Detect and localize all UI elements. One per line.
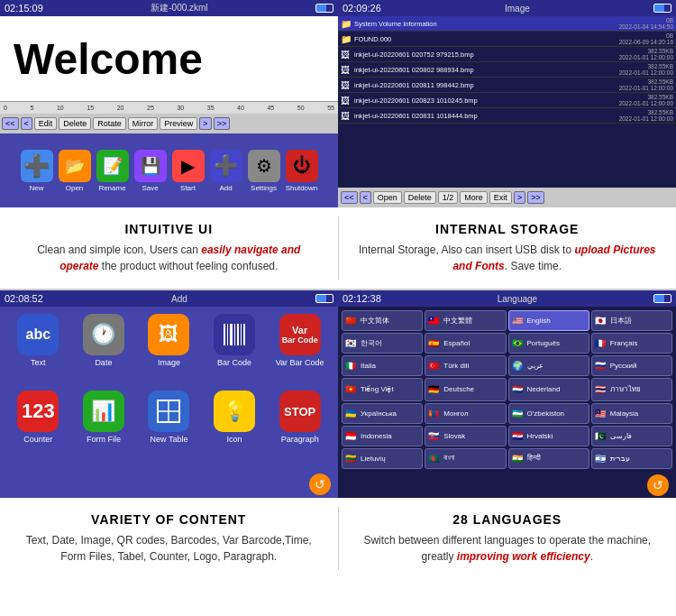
lang-lithuanian[interactable]: 🇱🇹Lietuvių — [342, 448, 423, 469]
lang-bengali[interactable]: 🇧🇩বাংলা — [425, 448, 506, 469]
btn-delete[interactable]: Delete — [404, 191, 436, 204]
file-meta: 0B2022-06-09 14:20:16 — [619, 32, 673, 45]
lang-vietnamese[interactable]: 🇻🇳Tiếng Việt — [342, 378, 423, 400]
icon-new[interactable]: ➕ New — [21, 150, 53, 192]
ruler-bar: 05 1015 2025 3035 4045 5055 — [0, 101, 338, 114]
list-item[interactable]: 🖼 inkjet-ui-20220601 020831 1018444.bmp … — [338, 108, 676, 124]
lang-refresh-button[interactable]: ↺ — [647, 474, 669, 496]
lang-french[interactable]: 🇫🇷Français — [591, 333, 672, 354]
icon-settings[interactable]: ⚙ Settings — [248, 150, 280, 192]
lang-german[interactable]: 🇩🇪Deutsche — [425, 378, 506, 400]
nav-next[interactable]: > — [514, 191, 525, 204]
btn-exit[interactable]: Exit — [489, 191, 512, 204]
add-icon-formfile-label: Form File — [87, 435, 121, 444]
add-icon-date-label: Date — [95, 358, 112, 367]
icon-new-label: New — [29, 184, 43, 192]
btn-open[interactable]: Open — [373, 191, 402, 204]
toolbar-rotate[interactable]: Rotate — [93, 117, 126, 130]
lang-malay[interactable]: 🇲🇾Malaysia — [591, 403, 672, 424]
nav-prev[interactable]: < — [360, 191, 371, 204]
lang-hebrew[interactable]: 🇮🇱עברית — [591, 448, 672, 469]
add-icon-text[interactable]: abc Text — [7, 314, 69, 387]
lang-japanese[interactable]: 🇯🇵日本語 — [591, 310, 672, 331]
list-item[interactable]: 📁 FOUND.000 0B2022-06-09 14:20:16 — [338, 32, 676, 47]
lang-chinese-traditional[interactable]: 🇹🇼中文繁體 — [425, 310, 506, 331]
list-item[interactable]: 🖼 inkjet-ui-20220601 020752 979215.bmp 3… — [338, 47, 676, 62]
add-icon-image[interactable]: 🖼 Image — [138, 314, 200, 387]
lang-mongolian[interactable]: 🇲🇳Монгол — [425, 403, 506, 424]
list-item[interactable]: 🖼 inkjet-ui-20220601 020823 1010245.bmp … — [338, 93, 676, 108]
welcome-text: Welcome — [0, 16, 338, 101]
icon-shutdown[interactable]: ⏻ Shutdown — [286, 150, 318, 192]
toolbar-edit[interactable]: Edit — [34, 117, 58, 130]
lang-turkish[interactable]: 🇹🇷Türk dili — [425, 355, 506, 376]
lang-chinese-simplified[interactable]: 🇨🇳中文简体 — [342, 310, 423, 331]
flag-ar: 🌍 — [512, 361, 525, 371]
toolbar-mirror[interactable]: Mirror — [128, 117, 159, 130]
filename: inkjet-ui-20220601 020831 1018444.bmp — [354, 112, 617, 120]
screen3-title: Add — [171, 294, 187, 304]
file-icon: 🖼 — [341, 50, 352, 60]
screen1-time: 02:15:09 — [5, 3, 43, 14]
add-icon-varbarcode[interactable]: Var Bar Code Var Bar Code — [269, 314, 331, 387]
lang-arabic[interactable]: 🌍عربي — [508, 355, 589, 376]
flag-vn: 🇻🇳 — [345, 384, 358, 394]
toolbar-preview[interactable]: Preview — [160, 117, 197, 130]
lang-farsi[interactable]: 🇵🇰فارسی — [591, 426, 672, 446]
flag-pk: 🇵🇰 — [595, 431, 607, 441]
lang-screen-content: 🇨🇳中文简体 🇹🇼中文繁體 🇺🇸English 🇯🇵日本語 🇰🇷한국어 🇪🇸Es… — [338, 307, 676, 498]
file-icon: 🖼 — [341, 65, 352, 75]
screen3-bottom-bar: ↺ — [0, 471, 338, 498]
desc3-title: VARIETY OF CONTENT — [18, 512, 320, 527]
ruler-marks: 05 1015 2025 3035 4045 5055 — [0, 105, 338, 111]
screen1-toolbar: << < Edit Delete Rotate Mirror Preview >… — [0, 114, 338, 133]
add-icon-barcode[interactable]: Bar Code — [204, 314, 266, 387]
lang-korean[interactable]: 🇰🇷한국어 — [342, 333, 423, 354]
icon-save[interactable]: 💾 Save — [134, 150, 167, 192]
add-icon-icon[interactable]: 💡 Icon — [204, 391, 266, 464]
toolbar-nav-first[interactable]: << — [2, 117, 19, 130]
lang-russian[interactable]: 🇷🇺Русский — [591, 355, 672, 376]
battery-fill3 — [315, 294, 333, 303]
btn-more[interactable]: More — [460, 191, 488, 204]
add-icon-image-label: Image — [158, 358, 180, 367]
add-icon-counter[interactable]: 123 Counter — [7, 391, 69, 464]
nav-last[interactable]: >> — [527, 191, 544, 204]
screen4-title: Language — [498, 294, 538, 304]
lang-slovak[interactable]: 🇸🇰Slovak — [425, 426, 506, 446]
nav-first[interactable]: << — [341, 191, 358, 204]
add-icon-newtable[interactable]: New Table — [138, 391, 200, 464]
icon-rename[interactable]: 📝 Rename — [96, 150, 129, 192]
refresh-button[interactable]: ↺ — [309, 473, 331, 495]
lang-dutch[interactable]: 🇳🇱Nederland — [508, 378, 589, 400]
icon-open[interactable]: 📂 Open — [59, 150, 91, 192]
lang-ukrainian[interactable]: 🇺🇦Українська — [342, 403, 423, 424]
add-icon-date[interactable]: 🕐 Date — [73, 314, 135, 387]
lang-portuguese[interactable]: 🇧🇷Português — [508, 333, 589, 354]
icon-start[interactable]: ▶ Start — [172, 150, 205, 192]
list-item[interactable]: 🖼 inkjet-ui-20220601 020802 988934.bmp 3… — [338, 62, 676, 78]
list-item[interactable]: 🖼 inkjet-ui-20220601 020811 998442.bmp 3… — [338, 78, 676, 93]
icon-add[interactable]: ➕ Add — [210, 150, 242, 192]
lang-thai[interactable]: 🇹🇭ภาษาไทย — [591, 378, 672, 400]
lang-uzbek[interactable]: 🇺🇿O'zbekiston — [508, 403, 589, 424]
lang-croatian[interactable]: 🇭🇷Hrvatski — [508, 426, 589, 446]
add-icon-paragraph[interactable]: STOP Paragraph — [269, 391, 331, 464]
toolbar-nav-last[interactable]: >> — [214, 117, 231, 130]
add-icon-formfile[interactable]: 📊 Form File — [73, 391, 135, 464]
flag-it: 🇮🇹 — [345, 361, 358, 371]
svg-rect-5 — [241, 324, 242, 345]
toolbar-delete[interactable]: Delete — [59, 117, 91, 130]
lang-english[interactable]: 🇺🇸English — [508, 310, 589, 331]
screen3-titlebar: 02:08:52 Add — [0, 290, 338, 307]
list-item[interactable]: 📁 System Volume Information 0B2022-01-04… — [338, 16, 676, 32]
lang-spanish[interactable]: 🇪🇸Español — [425, 333, 506, 354]
toolbar-nav-next[interactable]: > — [199, 117, 211, 130]
flag-tr: 🇹🇷 — [428, 361, 441, 371]
lang-indonesian[interactable]: 🇮🇩Indonesia — [342, 426, 423, 446]
lang-italian[interactable]: 🇮🇹Italia — [342, 355, 423, 376]
desc1-text: Clean and simple icon, Users can easily … — [18, 242, 320, 274]
lang-hindi[interactable]: 🇮🇳हिन्दी — [508, 448, 589, 469]
svg-rect-3 — [234, 324, 235, 345]
toolbar-nav-prev[interactable]: < — [21, 117, 32, 130]
